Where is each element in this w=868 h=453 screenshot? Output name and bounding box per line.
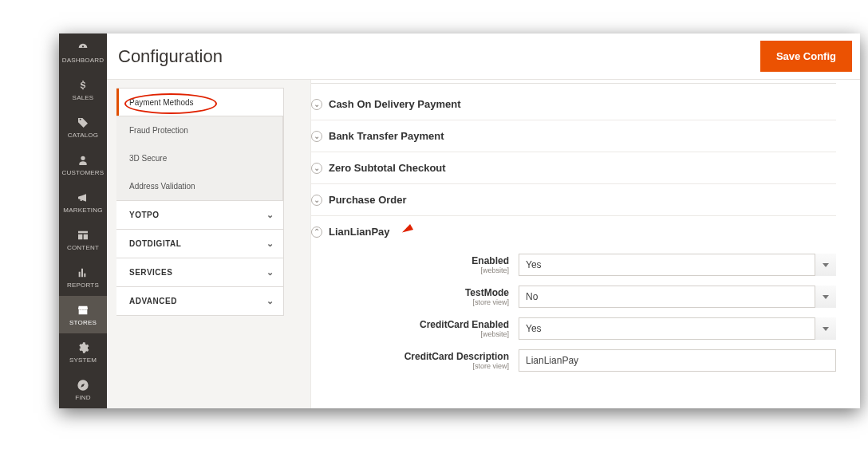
tag-icon: [77, 116, 89, 129]
field-label-text: TestMode: [465, 287, 509, 298]
collapse-icon: ⌃: [311, 226, 322, 238]
field-control: Yes: [519, 254, 836, 276]
layout-icon: [77, 229, 89, 242]
nav-label: MARKETING: [63, 207, 102, 214]
store-icon: [77, 304, 89, 317]
field-creditcard-enabled: CreditCard Enabled [website] Yes: [311, 317, 836, 340]
accordion-cash-on-delivery[interactable]: ⌄ Cash On Delivery Payment: [311, 89, 836, 120]
accordion-label: Bank Transfer Payment: [329, 130, 444, 142]
nav-label: DASHBOARD: [62, 57, 104, 64]
field-label-text: CreditCard Enabled: [420, 319, 509, 330]
field-scope: [store view]: [472, 362, 509, 370]
chevron-down-icon: ⌄: [266, 238, 274, 249]
accordion-bank-transfer[interactable]: ⌄ Bank Transfer Payment: [311, 120, 836, 152]
accordion-lianlianpay[interactable]: ⌃ LianLianPay: [311, 216, 836, 247]
field-scope: [website]: [480, 266, 509, 274]
nav-label: FIND: [75, 395, 90, 401]
annotation-arrow: [400, 224, 413, 235]
sidebar-tab-payment-methods[interactable]: Payment Methods: [116, 88, 284, 116]
admin-nav: DASHBOARD SALES CATALOG CUSTOMERS MARKET…: [59, 33, 107, 408]
expand-icon: ⌄: [311, 99, 322, 110]
settings-sidebar: Payment Methods Fraud Protection 3D Secu…: [116, 88, 284, 316]
nav-system[interactable]: SYSTEM: [59, 333, 107, 371]
field-scope: [website]: [480, 330, 509, 338]
sidebar-item-3d-secure[interactable]: 3D Secure: [116, 144, 283, 172]
nav-label: REPORTS: [67, 282, 99, 289]
expand-icon: ⌄: [311, 195, 322, 206]
bar-chart-icon: [77, 266, 89, 279]
field-enabled: Enabled [website] Yes: [311, 254, 836, 276]
dollar-icon: [77, 79, 89, 92]
nav-reports[interactable]: REPORTS: [59, 258, 107, 296]
sidebar-group-dotdigital[interactable]: DOTDIGITAL ⌄: [116, 230, 284, 258]
lianlianpay-form: Enabled [website] Yes TestMode [store vi…: [311, 247, 860, 372]
divider: [311, 83, 836, 84]
sidebar-tab-label: Payment Methods: [129, 98, 194, 107]
accordion-zero-subtotal[interactable]: ⌄ Zero Subtotal Checkout: [311, 152, 836, 184]
accordion-label: LianLianPay: [329, 226, 390, 238]
page-header: Configuration Save Config: [107, 33, 860, 80]
field-creditcard-description: CreditCard Description [store view]: [311, 349, 836, 372]
sidebar-item-fraud-protection[interactable]: Fraud Protection: [116, 116, 283, 144]
creditcard-enabled-select[interactable]: Yes: [519, 317, 836, 340]
page-body: Payment Methods Fraud Protection 3D Secu…: [107, 80, 860, 408]
field-label: CreditCard Enabled [website]: [311, 319, 519, 338]
accordion-label: Zero Subtotal Checkout: [329, 162, 446, 174]
page-title: Configuration: [118, 46, 223, 67]
sidebar-group-services[interactable]: SERVICES ⌄: [116, 258, 284, 287]
field-label-text: CreditCard Description: [404, 351, 509, 362]
nav-marketing[interactable]: MARKETING: [59, 183, 107, 221]
sidebar-group-advanced[interactable]: ADVANCED ⌄: [116, 287, 284, 316]
expand-icon: ⌄: [311, 163, 322, 174]
field-control: No: [519, 286, 836, 308]
sidebar-item-address-validation[interactable]: Address Validation: [116, 172, 283, 200]
nav-customers[interactable]: CUSTOMERS: [59, 146, 107, 183]
enabled-select[interactable]: Yes: [519, 254, 836, 276]
sidebar-group-yotpo[interactable]: YOTPO ⌄: [116, 201, 284, 230]
field-label-text: Enabled: [471, 255, 509, 266]
main-content: ⌄ Cash On Delivery Payment ⌄ Bank Transf…: [310, 80, 860, 408]
expand-icon: ⌄: [311, 131, 322, 142]
app-window: DASHBOARD SALES CATALOG CUSTOMERS MARKET…: [59, 33, 860, 408]
creditcard-description-input[interactable]: [519, 349, 836, 372]
sidebar-group-label: YOTPO: [129, 211, 160, 219]
field-control: Yes: [519, 317, 836, 340]
gauge-icon: [77, 41, 89, 54]
nav-content[interactable]: CONTENT: [59, 221, 107, 258]
field-label: TestMode [store view]: [311, 287, 519, 306]
compass-icon: [77, 379, 89, 392]
chevron-down-icon: ⌄: [266, 210, 274, 220]
nav-label: CONTENT: [67, 245, 99, 251]
nav-stores[interactable]: STORES: [59, 296, 107, 333]
field-scope: [store view]: [472, 298, 509, 306]
sidebar-group-label: ADVANCED: [129, 297, 177, 305]
accordion-label: Cash On Delivery Payment: [329, 98, 460, 110]
nav-catalog[interactable]: CATALOG: [59, 108, 107, 146]
nav-label: SYSTEM: [69, 357, 97, 364]
nav-find[interactable]: FIND: [59, 371, 107, 408]
accordion-label: Purchase Order: [329, 194, 407, 206]
chevron-down-icon: ⌄: [266, 296, 274, 306]
testmode-select[interactable]: No: [519, 286, 836, 308]
nav-sales[interactable]: SALES: [59, 71, 107, 108]
person-icon: [77, 154, 89, 167]
sidebar-group-label: SERVICES: [129, 268, 172, 277]
save-config-button[interactable]: Save Config: [760, 41, 852, 72]
field-control: [519, 349, 836, 372]
nav-label: SALES: [73, 95, 94, 101]
field-label: CreditCard Description [store view]: [311, 351, 519, 370]
sidebar-sublist: Fraud Protection 3D Secure Address Valid…: [116, 116, 284, 201]
nav-dashboard[interactable]: DASHBOARD: [59, 33, 107, 71]
nav-label: STORES: [69, 320, 97, 326]
sidebar-group-label: DOTDIGITAL: [129, 239, 181, 248]
accordion-purchase-order[interactable]: ⌄ Purchase Order: [311, 184, 836, 216]
megaphone-icon: [77, 191, 89, 204]
nav-label: CATALOG: [68, 132, 98, 139]
nav-label: CUSTOMERS: [62, 170, 105, 176]
field-testmode: TestMode [store view] No: [311, 286, 836, 308]
gear-icon: [77, 341, 89, 354]
field-label: Enabled [website]: [311, 255, 519, 274]
chevron-down-icon: ⌄: [266, 267, 274, 278]
